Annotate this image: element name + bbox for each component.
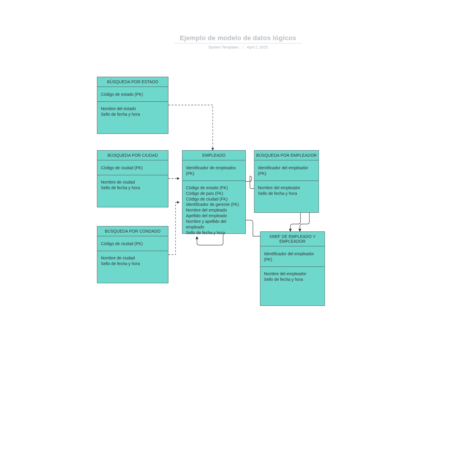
link-empleador-xref-b [300,213,309,231]
diagram-subtitle: System Templates April 2, 2025 [0,45,476,49]
link-estado-empleado [168,105,213,150]
link-condado-empleado [168,202,179,255]
entity-title: BÚSQUEDA POR CONDADO [97,226,168,236]
link-empleado-empleador [246,176,254,189]
entity-attrs: Nombre del empleadorSello de fecha y hor… [254,181,319,201]
diagram-canvas: Ejemplo de modelo de datos lógicos Syste… [0,0,476,476]
author-label: System Templates [208,45,239,49]
entity-pk: Identificador del empleador (PK) [254,160,319,181]
entity-empleado[interactable]: EMPLEADO Identificador de empleados (PK)… [182,150,246,234]
title-underline [174,43,302,43]
entity-xref[interactable]: XREF DE EMPLEADO Y EMPLEADOR Identificad… [260,231,325,306]
link-empleador-xref-a [290,213,300,231]
entity-title: XREF DE EMPLEADO Y EMPLEADOR [260,232,325,246]
entity-attrs: Nombre de ciudadSello de fecha y hora [97,175,168,195]
diagram-header: Ejemplo de modelo de datos lógicos Syste… [0,34,476,49]
entity-attrs: Nombre de ciudadSello de fecha y hora [97,251,168,271]
subtitle-separator [243,46,243,49]
entity-pk: Identificador de empleados (PK) [182,160,245,181]
entity-condado[interactable]: BÚSQUEDA POR CONDADO Código de ciudad (P… [97,226,168,283]
link-empleado-xref [246,220,260,236]
entity-title: BÚSQUEDA POR CIUDAD [97,151,168,160]
entity-estado[interactable]: BÚSQUEDA POR ESTADO Código de estado (PK… [97,77,168,134]
entity-title: EMPLEADO [182,151,245,160]
entity-title: BÚSQUEDA POR ESTADO [97,77,168,87]
entity-empleador[interactable]: BÚSQUEDA POR EMPLEADOR Identificador del… [254,150,319,213]
entity-ciudad[interactable]: BÚSQUEDA POR CIUDAD Código de ciudad (PK… [97,150,168,207]
entity-attrs: Nombre del empleadorSello de fecha y hor… [260,267,325,287]
date-label: April 2, 2025 [247,45,268,49]
entity-pk: Código de ciudad (PK) [97,236,168,251]
entity-attrs: Código de estado (FK)Código de país (FK)… [182,181,245,240]
entity-title: BÚSQUEDA POR EMPLEADOR [254,151,319,160]
diagram-title: Ejemplo de modelo de datos lógicos [0,34,476,42]
entity-attrs: Nombre del estadoSello de fecha y hora [97,102,168,122]
entity-pk: Código de ciudad (PK) [97,160,168,175]
entity-pk: Identificador del empleador (PK) [260,246,325,267]
entity-pk: Código de estado (PK) [97,87,168,102]
